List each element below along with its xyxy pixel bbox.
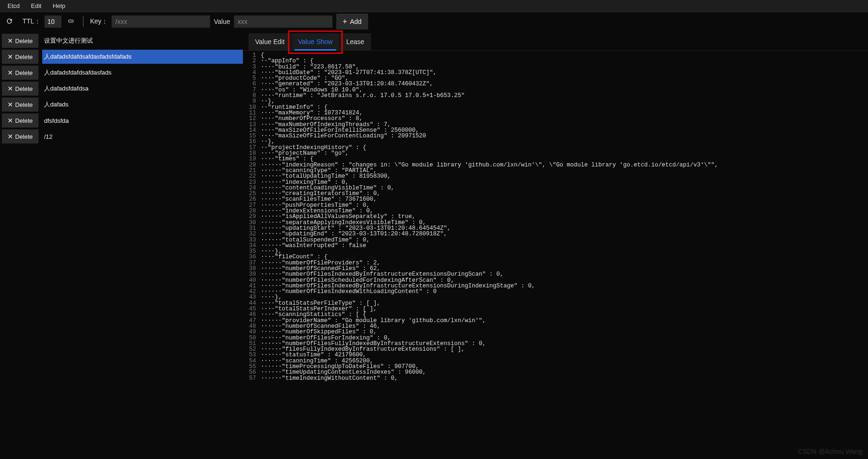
menubar: Etcd Edit Help	[0, 0, 868, 12]
key-label[interactable]: 人dafads	[42, 98, 243, 112]
close-icon: ✕	[8, 53, 13, 60]
add-label: Add	[350, 18, 362, 25]
close-icon: ✕	[8, 85, 13, 92]
ttl-label: TTL：	[23, 17, 41, 26]
link-icon[interactable]	[65, 15, 76, 28]
value-input[interactable]	[234, 15, 332, 28]
delete-label: Delete	[15, 101, 33, 108]
list-item[interactable]: ✕Delete人dafadsfdafdsafdasfads	[2, 65, 243, 81]
delete-button[interactable]: ✕Delete	[2, 98, 38, 112]
toolbar-divider	[83, 16, 83, 27]
toolbar: TTL： Key： Value + Add	[0, 12, 868, 31]
editor: 1 2 3 4 5 6 7 8 9 10 11 12 13 14 15 16 1…	[245, 51, 868, 459]
add-button[interactable]: + Add	[336, 14, 368, 30]
tab-lease[interactable]: Lease	[340, 33, 370, 50]
code[interactable]: { ··"appInfo" : { ····"build" : "223.861…	[259, 51, 868, 459]
delete-label: Delete	[15, 117, 33, 124]
plus-icon: +	[343, 17, 347, 26]
value-label: Value	[214, 18, 230, 25]
delete-button[interactable]: ✕Delete	[2, 50, 38, 64]
key-label: Key：	[90, 17, 108, 26]
close-icon: ✕	[8, 37, 13, 45]
list-item[interactable]: ✕Delete人dafads	[2, 97, 243, 113]
list-item[interactable]: ✕Deletedfsfdsfda	[2, 113, 243, 128]
list-item[interactable]: ✕Delete人dafadsfdafdsafdasfadsfdafads	[2, 49, 243, 65]
menu-etcd[interactable]: Etcd	[2, 0, 25, 11]
gutter: 1 2 3 4 5 6 7 8 9 10 11 12 13 14 15 16 1…	[245, 51, 259, 459]
close-icon: ✕	[8, 117, 13, 124]
delete-label: Delete	[15, 133, 33, 140]
delete-label: Delete	[15, 85, 33, 92]
list-item[interactable]: ✕Delete设置中文进行测试	[2, 33, 243, 49]
close-icon: ✕	[8, 133, 13, 140]
close-icon: ✕	[8, 69, 13, 76]
ttl-input[interactable]	[45, 15, 61, 28]
close-icon: ✕	[8, 101, 13, 108]
delete-label: Delete	[15, 69, 33, 76]
watermark: CSDN @Achou.Wang	[798, 448, 862, 455]
key-label[interactable]: /12	[42, 129, 243, 143]
delete-label: Delete	[15, 38, 33, 45]
list-item[interactable]: ✕Delete人dafadsfdafdsa	[2, 81, 243, 97]
refresh-icon[interactable]	[4, 15, 15, 28]
main: ✕Delete设置中文进行测试✕Delete人dafadsfdafdsafdas…	[0, 31, 868, 459]
menu-edit[interactable]: Edit	[25, 0, 47, 11]
delete-button[interactable]: ✕Delete	[2, 34, 38, 48]
delete-button[interactable]: ✕Delete	[2, 66, 38, 80]
tabs: Value EditValue ShowLease	[245, 31, 868, 51]
key-label[interactable]: 人dafadsfdafdsafdasfads	[42, 66, 243, 80]
list-item[interactable]: ✕Delete/12	[2, 128, 243, 144]
menu-help[interactable]: Help	[47, 0, 71, 11]
key-label[interactable]: 人dafadsfdafdsa	[42, 82, 243, 96]
delete-button[interactable]: ✕Delete	[2, 82, 38, 96]
delete-button[interactable]: ✕Delete	[2, 113, 38, 128]
delete-button[interactable]: ✕Delete	[2, 129, 38, 143]
sidebar: ✕Delete设置中文进行测试✕Delete人dafadsfdafdsafdas…	[0, 31, 245, 459]
tab-value-show[interactable]: Value Show	[292, 33, 340, 50]
key-label[interactable]: 人dafadsfdafdsafdasfadsfdafads	[42, 50, 243, 64]
key-label[interactable]: 设置中文进行测试	[42, 34, 243, 48]
key-input[interactable]	[112, 15, 210, 28]
tab-value-edit[interactable]: Value Edit	[249, 33, 291, 50]
content: Value EditValue ShowLease 1 2 3 4 5 6 7 …	[245, 31, 868, 459]
delete-label: Delete	[15, 53, 33, 60]
key-label[interactable]: dfsfdsfda	[42, 113, 243, 128]
